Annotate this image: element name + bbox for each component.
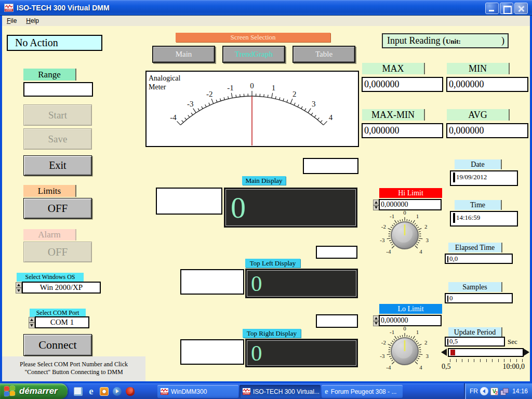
- os-spinner[interactable]: [16, 282, 22, 294]
- svg-text:0: 0: [403, 325, 406, 331]
- meter-title-line2: Meter: [149, 83, 180, 91]
- time-field: 14:16:59: [450, 211, 518, 227]
- input-reading-prefix: Input Reading (: [387, 35, 446, 46]
- media-player-icon[interactable]: [113, 387, 122, 396]
- svg-text:DMM: DMM: [161, 392, 167, 395]
- language-indicator[interactable]: FR: [470, 388, 478, 395]
- tray-expand-chevron-icon[interactable]: [480, 387, 488, 395]
- slider-min-label: 0,5: [442, 363, 451, 371]
- limits-off-button[interactable]: OFF: [23, 198, 92, 219]
- analog-meter: Analogical Meter -4-3-2-101234: [145, 71, 359, 147]
- svg-text:-4: -4: [386, 248, 391, 255]
- window-title: ISO-TECH 300 Virtual DMM: [17, 4, 110, 12]
- panel: No Action Range Start Save Exit Limits O…: [2, 26, 530, 381]
- forum-ie-icon: e: [325, 387, 328, 396]
- com-spinner[interactable]: [29, 317, 35, 328]
- svg-text:1: 1: [416, 213, 419, 219]
- tab-main[interactable]: Main: [152, 46, 215, 63]
- time-label: Time: [455, 200, 502, 210]
- range-field[interactable]: [23, 82, 93, 97]
- lo-limit-knob[interactable]: -4-3-2-101234: [374, 325, 436, 379]
- menubar: File Help: [2, 16, 530, 26]
- top-left-side-field: [180, 269, 244, 295]
- slider-left-arrow-icon[interactable]: [441, 349, 447, 356]
- slider-tick-marks: [450, 359, 523, 362]
- com-spin-down-icon[interactable]: [29, 323, 35, 328]
- taskbar-task-windmm300[interactable]: DMM WinDMM300: [157, 385, 238, 398]
- os-spin-down-icon[interactable]: [16, 288, 22, 294]
- taskbar-task-forum-peugeot[interactable]: e Forum Peugeot 308 - ...: [322, 385, 403, 398]
- start-menu-button[interactable]: démarrer: [0, 383, 68, 399]
- maximize-button[interactable]: [500, 3, 513, 14]
- input-reading-header: Input Reading ( Unit: ): [382, 33, 509, 48]
- lo-limit-field[interactable]: 0,000000: [379, 315, 442, 326]
- svg-text:-2: -2: [381, 223, 386, 230]
- minimize-button[interactable]: [485, 3, 499, 14]
- alarm-off-button[interactable]: OFF: [23, 242, 92, 262]
- os-spin-up-icon[interactable]: [16, 282, 22, 288]
- tab-trendgraph[interactable]: TrendGraph: [222, 46, 285, 63]
- main-display-aux-field: [303, 158, 358, 174]
- menu-file[interactable]: File: [7, 17, 17, 24]
- max-min-value-field: 0,000000: [362, 123, 443, 138]
- taskbar-task-isotech[interactable]: DMM ISO-TECH 300 Virtual...: [240, 385, 321, 398]
- svg-text:2: 2: [424, 223, 428, 230]
- task-label: ISO-TECH 300 Virtual...: [253, 388, 320, 395]
- avg-label: AVG: [447, 109, 510, 121]
- svg-text:-1: -1: [390, 329, 394, 335]
- network-tray-icon[interactable]: [500, 388, 509, 395]
- com-select-field[interactable]: COM 1: [35, 316, 89, 328]
- samples-label: Samples: [448, 282, 502, 292]
- alarm-label: Alarm: [23, 229, 76, 241]
- action-status-indicator: No Action: [7, 35, 102, 51]
- save-button[interactable]: Save: [23, 128, 92, 150]
- hi-limit-field[interactable]: 0,000000: [379, 199, 442, 210]
- windows-logo-icon: [4, 385, 16, 397]
- internet-explorer-icon[interactable]: e: [87, 387, 96, 396]
- tab-table[interactable]: Table: [292, 46, 355, 63]
- exit-button[interactable]: Exit: [23, 155, 92, 176]
- svg-text:4: 4: [329, 113, 333, 122]
- slider-right-arrow-icon[interactable]: [524, 349, 529, 356]
- screen-selection-header: Screen Selection: [176, 33, 330, 42]
- input-reading-unit: Unit:: [446, 37, 461, 46]
- start-button[interactable]: Start: [23, 104, 92, 126]
- connect-button[interactable]: Connect: [23, 334, 92, 356]
- close-button[interactable]: [514, 3, 528, 14]
- slider-max-label: 10:00,0: [495, 363, 525, 371]
- svg-text:1: 1: [272, 84, 276, 92]
- top-right-side-field: [180, 339, 244, 365]
- update-period-field[interactable]: 0,5: [445, 337, 505, 347]
- task-label: Forum Peugeot 308 - ...: [331, 388, 397, 395]
- clock-app-icon[interactable]: [100, 387, 109, 396]
- svg-text:-3: -3: [380, 353, 385, 359]
- main-display-label: Main Display: [242, 176, 286, 185]
- update-period-slider-handle[interactable]: [450, 350, 455, 355]
- os-select-field[interactable]: Win 2000/XP: [22, 282, 101, 294]
- avg-value-field: 0,000000: [446, 123, 528, 138]
- desktop: DMM ISO-TECH 300 Virtual DMM File Help N…: [0, 0, 532, 399]
- svg-text:3: 3: [425, 353, 429, 359]
- svg-text:3: 3: [425, 237, 429, 243]
- min-label: MIN: [447, 63, 510, 74]
- update-period-slider-track[interactable]: [448, 348, 524, 357]
- antivirus-tray-icon[interactable]: V2: [490, 388, 498, 395]
- window-frame: File Help No Action Range Start Save Exi…: [0, 16, 532, 383]
- menu-help[interactable]: Help: [26, 17, 39, 24]
- svg-text:-3: -3: [187, 100, 194, 108]
- samples-field: 0: [445, 293, 513, 303]
- connection-hint: Please Select COM Port Number and Click …: [2, 356, 145, 381]
- svg-text:3: 3: [312, 100, 316, 108]
- top-right-display: 0: [245, 339, 358, 367]
- svg-text:DMM: DMM: [243, 392, 249, 395]
- red-app-icon[interactable]: [126, 387, 135, 396]
- elapsed-time-field: 0,0: [445, 254, 513, 264]
- com-spin-up-icon[interactable]: [29, 317, 35, 323]
- svg-text:1: 1: [416, 329, 419, 335]
- max-label: MAX: [362, 63, 425, 74]
- hi-limit-knob[interactable]: -4-3-2-101234: [374, 209, 436, 263]
- taskbar: démarrer e DMM WinDMM300 DMM ISO-TECH 30…: [0, 383, 532, 399]
- svg-text:-1: -1: [390, 213, 394, 219]
- taskbar-clock[interactable]: 14:16: [512, 388, 528, 395]
- show-desktop-icon[interactable]: [74, 387, 83, 396]
